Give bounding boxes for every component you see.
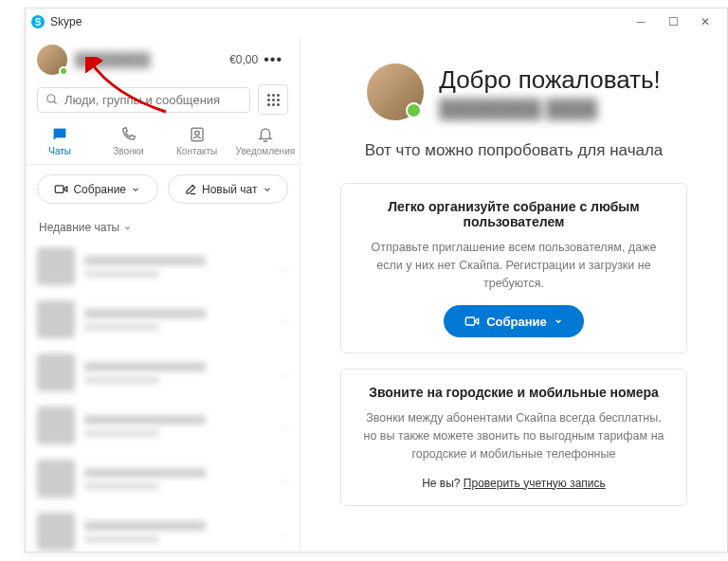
- card-title: Легко организуйте собрание с любым польз…: [358, 199, 669, 229]
- bell-icon: [257, 126, 274, 143]
- more-icon[interactable]: •••: [258, 51, 288, 68]
- edit-icon: [184, 183, 197, 196]
- dialpad-button[interactable]: [258, 84, 288, 115]
- list-item[interactable]: ...: [26, 505, 300, 552]
- check-account-link[interactable]: Проверить учетную запись: [464, 477, 606, 490]
- list-item[interactable]: ...: [26, 399, 300, 452]
- welcome-subtitle: Вот что можно попробовать для начала: [318, 141, 710, 160]
- not-you-row: Не вы? Проверить учетную запись: [358, 477, 669, 490]
- list-item[interactable]: ...: [26, 293, 300, 346]
- welcome-header: Добро пожаловать! ████████ ████: [318, 63, 710, 120]
- chat-icon: [51, 126, 68, 143]
- credit-balance[interactable]: €0,00: [229, 53, 258, 66]
- tab-calls[interactable]: Звонки: [100, 126, 156, 156]
- skype-logo-icon: S: [31, 15, 45, 28]
- tab-chats[interactable]: Чаты: [31, 126, 88, 156]
- meeting-button[interactable]: Собрание: [37, 174, 158, 204]
- avatar: [367, 63, 424, 120]
- titlebar: S Skype ─ ☐ ✕: [26, 9, 727, 35]
- list-item[interactable]: ...: [26, 452, 300, 505]
- svg-point-3: [194, 131, 199, 136]
- maximize-button[interactable]: ☐: [657, 10, 689, 33]
- video-icon: [464, 314, 480, 329]
- main-content: Добро пожаловать! ████████ ████ Вот что …: [300, 35, 727, 552]
- svg-line-1: [54, 101, 57, 104]
- profile-name: ████████: [75, 52, 226, 67]
- profile-header[interactable]: ████████ €0,00 •••: [26, 35, 300, 81]
- chevron-down-icon: [263, 185, 272, 194]
- nav-tabs: Чаты Звонки Контакты Уведомления: [26, 122, 300, 165]
- svg-rect-4: [56, 186, 64, 193]
- sidebar: ████████ €0,00 ••• Чаты: [26, 35, 300, 552]
- card-meeting: Легко организуйте собрание с любым польз…: [340, 183, 687, 353]
- list-item[interactable]: ...: [26, 240, 300, 293]
- welcome-username: ████████ ████: [439, 99, 661, 119]
- list-item[interactable]: ...: [26, 346, 300, 399]
- close-button[interactable]: ✕: [689, 10, 721, 33]
- chevron-down-icon: [554, 317, 563, 326]
- card-title: Звоните на городские и мобильные номера: [358, 385, 669, 400]
- phone-icon: [119, 126, 136, 143]
- chat-list: ... ... ... ... ... ...: [26, 240, 300, 552]
- app-window: S Skype ─ ☐ ✕ ████████ €0,00 •••: [25, 8, 728, 552]
- new-chat-button[interactable]: Новый чат: [168, 174, 289, 204]
- search-input[interactable]: [64, 93, 242, 107]
- dialpad-icon: [267, 94, 280, 106]
- card-text: Отправьте приглашение всем пользователям…: [358, 239, 669, 292]
- minimize-button[interactable]: ─: [625, 10, 657, 33]
- tab-contacts[interactable]: Контакты: [169, 126, 226, 156]
- svg-rect-5: [466, 317, 475, 325]
- svg-point-0: [47, 95, 55, 102]
- app-title: Skype: [50, 15, 82, 28]
- card-calls: Звоните на городские и мобильные номера …: [340, 369, 687, 505]
- search-icon: [46, 93, 59, 106]
- contacts-icon: [189, 126, 206, 143]
- tab-notifications[interactable]: Уведомления: [237, 126, 294, 156]
- card-text: Звонки между абонентами Скайпа всегда бе…: [358, 409, 669, 462]
- welcome-title: Добро пожаловать!: [439, 65, 661, 95]
- start-meeting-button[interactable]: Собрание: [444, 305, 584, 337]
- status-badge: [59, 66, 68, 76]
- video-icon: [54, 182, 68, 196]
- chevron-down-icon: [131, 185, 140, 194]
- chevron-down-icon: [123, 224, 132, 232]
- recent-chats-header[interactable]: Недавние чаты: [26, 213, 300, 240]
- avatar[interactable]: [37, 45, 67, 75]
- search-box[interactable]: [37, 87, 250, 113]
